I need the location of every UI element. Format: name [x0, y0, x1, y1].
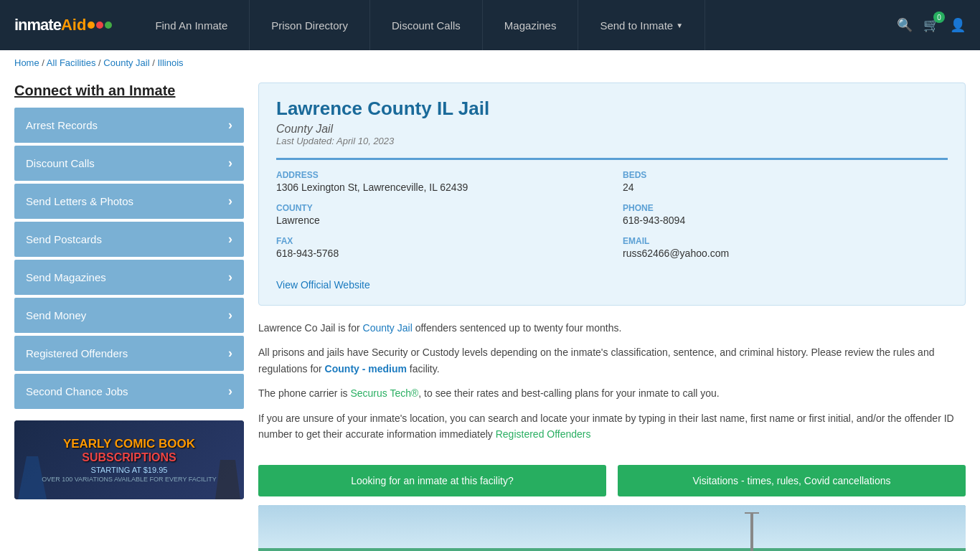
facility-website: View Official Website	[276, 279, 948, 291]
sidebar-arrow-registered-offenders: ›	[228, 346, 232, 361]
photo-tower	[750, 512, 753, 551]
ad-title-line2: SUBSCRIPTIONS	[42, 451, 217, 464]
send-to-dropdown-arrow: ▼	[676, 22, 683, 29]
sidebar-arrow-arrest-records: ›	[228, 118, 232, 133]
navbar: inmate Aid Find An Inmate Prison Directo…	[0, 0, 980, 50]
address-block: ADDRESS 1306 Lexington St, Lawrenceville…	[276, 170, 601, 193]
nav-find-inmate[interactable]: Find An Inmate	[133, 0, 250, 50]
registered-offenders-link[interactable]: Registered Offenders	[496, 428, 591, 440]
breadcrumb-county-jail[interactable]: County Jail	[103, 57, 149, 68]
sidebar-item-send-postcards[interactable]: Send Postcards ›	[14, 222, 244, 257]
facility-card: Lawrence County IL Jail County Jail Last…	[258, 83, 966, 306]
county-medium-link[interactable]: County - medium	[325, 363, 407, 375]
address-label: ADDRESS	[276, 170, 601, 180]
logo[interactable]: inmate Aid	[14, 16, 112, 34]
fax-value: 618-943-5768	[276, 248, 601, 259]
logo-text: inmate	[14, 16, 61, 34]
beds-block: BEDS 24	[623, 170, 948, 193]
county-label: COUNTY	[276, 203, 601, 213]
website-link[interactable]: View Official Website	[276, 279, 370, 291]
facility-details: ADDRESS 1306 Lexington St, Lawrenceville…	[276, 158, 948, 291]
logo-aid: Aid	[61, 16, 86, 34]
phone-value: 618-943-8094	[623, 215, 948, 226]
cart-badge: 0	[933, 11, 945, 23]
info-section: Lawrence Co Jail is for County Jail offe…	[258, 317, 966, 453]
sidebar: Connect with an Inmate Arrest Records › …	[14, 83, 244, 551]
logo-icons	[88, 22, 112, 29]
fax-block: FAX 618-943-5768	[276, 236, 601, 259]
county-value: Lawrence	[276, 215, 601, 226]
sidebar-ad[interactable]: YEARLY COMIC BOOK SUBSCRIPTIONS STARTING…	[14, 420, 244, 499]
beds-label: BEDS	[623, 170, 948, 180]
sidebar-arrow-send-money: ›	[228, 308, 232, 323]
breadcrumb-home[interactable]: Home	[14, 57, 39, 68]
photo-sky	[258, 505, 966, 548]
breadcrumb: Home / All Facilities / County Jail / Il…	[0, 50, 980, 75]
nav-magazines[interactable]: Magazines	[483, 0, 579, 50]
sidebar-item-second-chance-jobs[interactable]: Second Chance Jobs ›	[14, 374, 244, 409]
info-para-1: Lawrence Co Jail is for County Jail offe…	[258, 320, 966, 336]
sidebar-item-registered-offenders[interactable]: Registered Offenders ›	[14, 336, 244, 371]
beds-value: 24	[623, 182, 948, 193]
phone-label: PHONE	[623, 203, 948, 213]
sidebar-item-send-letters[interactable]: Send Letters & Photos ›	[14, 184, 244, 219]
facility-photo	[258, 505, 966, 551]
sidebar-item-arrest-records[interactable]: Arrest Records ›	[14, 108, 244, 143]
nav-prison-directory[interactable]: Prison Directory	[250, 0, 370, 50]
nav-discount-calls[interactable]: Discount Calls	[370, 0, 483, 50]
nav-actions: 🔍 🛒 0 👤	[897, 17, 966, 33]
info-para-4: If you are unsure of your inmate's locat…	[258, 410, 966, 443]
ad-title-line1: YEARLY COMIC BOOK	[42, 437, 217, 451]
sidebar-item-discount-calls[interactable]: Discount Calls ›	[14, 146, 244, 181]
main-layout: Connect with an Inmate Arrest Records › …	[0, 75, 980, 551]
email-label: EMAIL	[623, 236, 948, 246]
search-icon[interactable]: 🔍	[897, 17, 913, 33]
user-icon[interactable]: 👤	[950, 17, 966, 33]
facility-updated: Last Updated: April 10, 2023	[276, 136, 948, 146]
find-inmate-button[interactable]: Looking for an inmate at this facility?	[258, 465, 606, 496]
action-buttons: Looking for an inmate at this facility? …	[258, 465, 966, 496]
fax-label: FAX	[276, 236, 601, 246]
sidebar-arrow-discount-calls: ›	[228, 156, 232, 171]
county-jail-link-1[interactable]: County Jail	[363, 322, 413, 334]
address-value: 1306 Lexington St, Lawrenceville, IL 624…	[276, 182, 601, 193]
email-block: EMAIL russ62466@yahoo.com	[623, 236, 948, 259]
facility-title: Lawrence County IL Jail	[276, 98, 948, 120]
visitations-button[interactable]: Visitations - times, rules, Covid cancel…	[618, 465, 966, 496]
county-block: COUNTY Lawrence	[276, 203, 601, 226]
content: Lawrence County IL Jail County Jail Last…	[258, 83, 966, 551]
phone-block: PHONE 618-943-8094	[623, 203, 948, 226]
facility-type: County Jail	[276, 123, 948, 136]
email-value: russ62466@yahoo.com	[623, 248, 948, 259]
sidebar-item-send-magazines[interactable]: Send Magazines ›	[14, 260, 244, 295]
sidebar-item-send-money[interactable]: Send Money ›	[14, 298, 244, 333]
securus-link[interactable]: Securus Tech®	[350, 387, 418, 399]
breadcrumb-illinois[interactable]: Illinois	[157, 57, 183, 68]
ad-price: STARTING AT $19.95	[42, 466, 217, 474]
info-para-2: All prisons and jails have Security or C…	[258, 344, 966, 377]
sidebar-arrow-send-postcards: ›	[228, 232, 232, 247]
cart-icon[interactable]: 🛒 0	[923, 17, 939, 33]
sidebar-title: Connect with an Inmate	[14, 83, 244, 99]
sidebar-arrow-send-letters: ›	[228, 194, 232, 209]
breadcrumb-all-facilities[interactable]: All Facilities	[47, 57, 96, 68]
sidebar-arrow-send-magazines: ›	[228, 270, 232, 285]
info-para-3: The phone carrier is Securus Tech®, to s…	[258, 385, 966, 401]
ad-note: OVER 100 VARIATIONS AVAILABLE FOR EVERY …	[42, 476, 217, 483]
sidebar-arrow-second-chance-jobs: ›	[228, 384, 232, 399]
navbar-links: Find An Inmate Prison Directory Discount…	[133, 0, 897, 50]
nav-send-to-inmate[interactable]: Send to Inmate ▼	[578, 0, 705, 50]
